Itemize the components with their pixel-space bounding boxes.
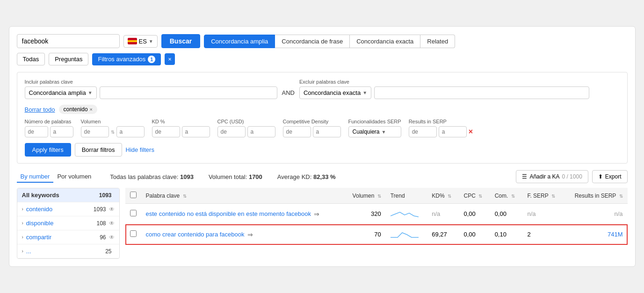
fserp-value: n/a (527, 210, 535, 217)
num-palabras-de-input[interactable] (25, 126, 48, 137)
por-volumen-tab[interactable]: Por volumen (53, 171, 95, 183)
chevron-down-icon: ▼ (88, 90, 93, 95)
eye-icon[interactable]: 👁 (109, 206, 115, 213)
todas-button[interactable]: Todas (17, 53, 45, 65)
stats-row: By number Por volumen Todas las palabras… (17, 170, 628, 183)
match-type-tabs: Concordancia amplia Concordancia de fras… (204, 35, 455, 48)
num-competitive-group: Competitive Density (283, 119, 341, 137)
trend-chart (391, 228, 419, 239)
exclude-keywords-input[interactable] (374, 86, 589, 99)
row-checkbox[interactable] (130, 210, 137, 216)
borrar-todo-link[interactable]: Borrar todo (25, 106, 55, 113)
include-keywords-input[interactable] (100, 86, 277, 99)
export-icon: ⬆ (598, 173, 603, 180)
cpc-a-input[interactable] (247, 126, 275, 137)
th-volume[interactable]: Volumen ⇅ (344, 188, 386, 204)
th-trend[interactable]: Trend (386, 188, 427, 204)
fserp-value: 2 (527, 231, 530, 238)
tag-label: contenido (64, 106, 88, 113)
competitive-de-input[interactable] (283, 126, 311, 137)
add-to-list-icon[interactable]: ⇒ (314, 210, 319, 218)
filtros-avanzados-button[interactable]: Filtros avanzados 1 (92, 53, 161, 65)
th-com[interactable]: Com. ⇅ (490, 188, 523, 204)
kd-de-input[interactable] (152, 126, 180, 137)
num-cpc-label: CPC (USD) (217, 119, 275, 124)
cpc-de-input[interactable] (217, 126, 246, 137)
include-exclude-row: Incluir palabras clave Concordancia ampl… (25, 79, 620, 99)
chevron-right-icon: › (22, 249, 23, 254)
th-kd[interactable]: KD% ⇅ (427, 188, 459, 204)
th-fserp[interactable]: F. SERP ⇅ (522, 188, 564, 204)
results-value: n/a (614, 210, 622, 217)
tag-remove-icon[interactable]: × (90, 107, 93, 112)
num-kd-group: KD % (152, 119, 210, 137)
buscar-button[interactable]: Buscar (161, 34, 200, 48)
num-competitive-inputs (283, 126, 341, 137)
num-palabras-a-input[interactable] (50, 126, 73, 137)
num-cpc-group: CPC (USD) (217, 119, 275, 137)
lang-label: ES (139, 38, 147, 45)
include-field-row: Concordancia amplia ▼ (25, 86, 277, 99)
include-match-type-select[interactable]: Concordancia amplia ▼ (25, 86, 97, 99)
num-volumen-label: Volumen (81, 119, 145, 124)
close-filter-button[interactable]: × (165, 53, 175, 65)
sidebar-item-disponible[interactable]: › disponible 108 👁 (17, 216, 119, 230)
sidebar-item-label: ... (26, 248, 105, 255)
sidebar-item-more[interactable]: › ... 25 (17, 244, 119, 258)
keyword-link[interactable]: como crear contenido para facebook (146, 231, 245, 238)
preguntas-button[interactable]: Preguntas (49, 53, 88, 65)
th-results[interactable]: Results in SERP ⇅ (564, 188, 627, 204)
add-to-ka-button[interactable]: ☰ Añadir a KA 0 / 1000 (516, 170, 588, 183)
td-checkbox (125, 204, 141, 224)
keyword-link[interactable]: este contenido no está disponible en est… (146, 210, 311, 217)
th-cpc[interactable]: CPC ⇅ (459, 188, 490, 204)
by-number-tab[interactable]: By number (17, 171, 54, 183)
volumen-a-input[interactable] (116, 126, 145, 137)
lang-select[interactable]: ES ▼ (123, 35, 158, 48)
kd-a-input[interactable] (182, 126, 210, 137)
results-de-input[interactable] (409, 126, 437, 137)
funcionalidades-select[interactable]: Cualquiera ▼ (348, 126, 401, 137)
sort-icon: ⇅ (511, 193, 515, 199)
sidebar-all-keywords-count: 1093 (99, 192, 112, 199)
apply-filters-button[interactable]: Apply filters (25, 143, 71, 157)
stats-left: By number Por volumen Todas las palabras… (17, 171, 336, 183)
th-keyword[interactable]: Palabra clave ⇅ (141, 188, 344, 204)
main-layout: All keywords 1093 › contenido 1093 👁 › d… (17, 188, 628, 259)
select-all-checkbox[interactable] (130, 192, 137, 198)
exclude-field-row: Concordancia exacta ▼ (299, 86, 589, 99)
filter-badge: 1 (148, 56, 155, 63)
tab-concordancia-exacta[interactable]: Concordancia exacta (350, 35, 420, 48)
exclude-match-type-label: Concordancia exacta (304, 89, 361, 96)
search-input[interactable] (17, 34, 120, 48)
row-checkbox[interactable] (130, 230, 137, 237)
td-trend (386, 204, 427, 224)
export-button[interactable]: ⬆ Export (592, 170, 628, 183)
competitive-a-input[interactable] (313, 126, 341, 137)
td-cpc: 0,00 (459, 204, 490, 224)
add-to-list-icon[interactable]: ⇒ (247, 231, 253, 238)
exclude-match-type-select[interactable]: Concordancia exacta ▼ (299, 86, 371, 99)
td-fserp: n/a (522, 204, 564, 224)
kd-value: 69,27 (432, 231, 447, 238)
results-a-input[interactable] (439, 126, 467, 137)
eye-icon[interactable]: 👁 (109, 234, 115, 241)
table-header-row: Palabra clave ⇅ Volumen ⇅ Trend KD% ⇅ (125, 188, 628, 204)
view-tabs: By number Por volumen (17, 171, 95, 183)
tab-concordancia-amplia[interactable]: Concordancia amplia (204, 35, 275, 48)
include-match-type-label: Concordancia amplia (29, 89, 86, 96)
sidebar-item-compartir[interactable]: › compartir 96 👁 (17, 230, 119, 244)
flag-icon (128, 38, 137, 44)
num-results-group: Results in SERP × (409, 119, 473, 137)
borrar-filtros-button[interactable]: Borrar filtros (75, 143, 122, 157)
results-clear-icon[interactable]: × (469, 128, 473, 136)
tab-related[interactable]: Related (420, 35, 455, 48)
chevron-down-icon: ▼ (149, 39, 153, 44)
volumen-de-input[interactable] (81, 126, 109, 137)
tab-concordancia-frase[interactable]: Concordancia de frase (275, 35, 350, 48)
com-value: 0,10 (495, 231, 507, 238)
keyword-tag: contenido × (59, 105, 97, 114)
sidebar-item-contenido[interactable]: › contenido 1093 👁 (17, 202, 119, 216)
hide-filters-button[interactable]: Hide filters (126, 146, 154, 153)
eye-icon[interactable]: 👁 (109, 220, 115, 227)
